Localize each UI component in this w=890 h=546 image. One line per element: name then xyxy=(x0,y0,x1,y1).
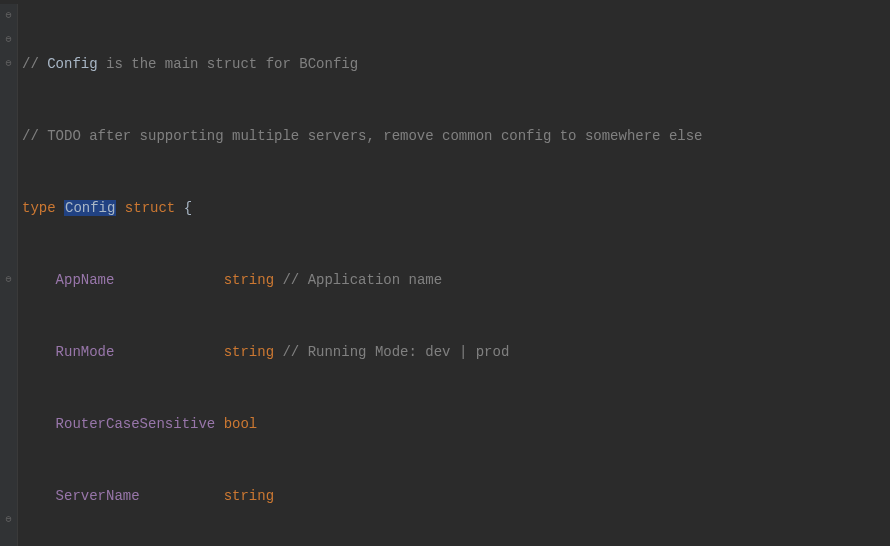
code-line[interactable]: // Config is the main struct for BConfig xyxy=(22,52,890,76)
fold-icon[interactable]: ⊖ xyxy=(0,52,17,76)
fold-icon[interactable]: ⊖ xyxy=(0,508,17,532)
code-editor[interactable]: ⊖ ⊖ ⊖ ⊖ ⊖ // Config is the main struct f… xyxy=(0,0,890,546)
code-line[interactable]: ServerName string xyxy=(22,484,890,508)
fold-icon[interactable]: ⊖ xyxy=(0,4,17,28)
code-area[interactable]: // Config is the main struct for BConfig… xyxy=(18,4,890,546)
fold-icon[interactable]: ⊖ xyxy=(0,28,17,52)
code-line[interactable]: type Config struct { xyxy=(22,196,890,220)
fold-icon[interactable]: ⊖ xyxy=(0,268,17,292)
code-line[interactable]: RouterCaseSensitive bool xyxy=(22,412,890,436)
gutter: ⊖ ⊖ ⊖ ⊖ ⊖ xyxy=(0,4,18,546)
code-line[interactable]: // TODO after supporting multiple server… xyxy=(22,124,890,148)
code-line[interactable]: RunMode string // Running Mode: dev | pr… xyxy=(22,340,890,364)
type-name-config: Config xyxy=(64,200,116,216)
code-line[interactable]: AppName string // Application name xyxy=(22,268,890,292)
